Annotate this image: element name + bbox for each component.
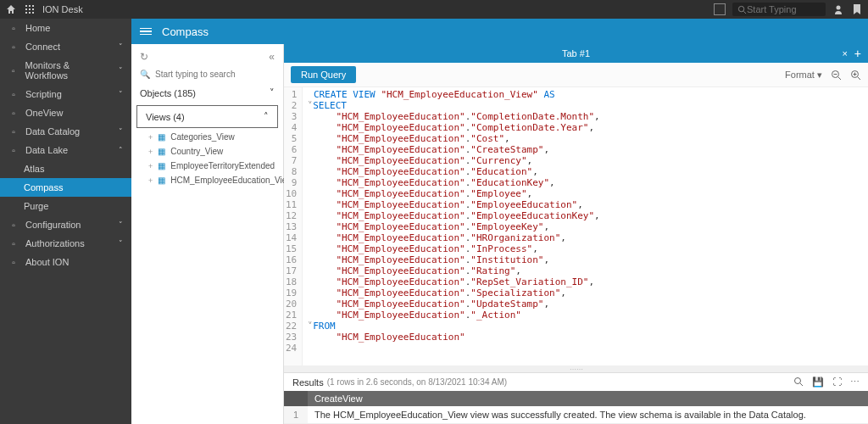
sidebar-item-label: Scripting	[25, 89, 62, 99]
datalake-icon: ▫	[8, 145, 19, 155]
results-col-header[interactable]: CreateView	[308, 391, 868, 406]
results-meta: (1 rows in 2.6 seconds, on 8/13/2021 10:…	[327, 377, 507, 387]
results-more-icon[interactable]: ⋯	[850, 377, 860, 388]
app-name: ION Desk	[42, 4, 83, 14]
sidebar-item-purge[interactable]: Purge	[0, 197, 131, 215]
expand-icon[interactable]: +	[148, 176, 153, 185]
code-editor[interactable]: 123456789101112131415161718192021222324 …	[284, 87, 868, 365]
collapse-panel-icon[interactable]: «	[269, 51, 275, 63]
user-icon[interactable]	[832, 3, 844, 15]
home-icon[interactable]	[5, 3, 17, 15]
refresh-icon[interactable]: ↻	[140, 51, 148, 63]
global-search[interactable]	[732, 3, 826, 16]
chevron-down-icon: ˅	[270, 87, 275, 98]
sidebar-item-monitors-workflows[interactable]: ▫Monitors & Workflows˅	[0, 56, 131, 85]
tree-view-item[interactable]: +▦Categories_View	[131, 130, 283, 144]
tree-view-label: Country_View	[170, 147, 223, 156]
svg-rect-3	[25, 8, 27, 10]
zoom-in-icon[interactable]	[850, 70, 861, 81]
sidebar-item-connect[interactable]: ▫Connect˅	[0, 37, 131, 56]
resize-handle[interactable]: ⋯⋯	[284, 365, 868, 372]
global-search-input[interactable]	[747, 4, 815, 14]
sidebar-item-label: OneView	[25, 108, 63, 118]
chevron-down-icon: ˅	[119, 220, 123, 229]
sidebar-item-label: Purge	[24, 201, 48, 211]
sidebar-item-authorizations[interactable]: ▫Authorizations˅	[0, 234, 131, 253]
search-icon	[737, 5, 747, 14]
format-dropdown[interactable]: Format ▾	[785, 70, 822, 81]
sidebar-item-label: Compass	[24, 182, 63, 192]
sidebar-item-atlas[interactable]: Atlas	[0, 159, 131, 178]
results-label: Results	[292, 377, 324, 388]
sidebar-item-configuration[interactable]: ▫Configuration˅	[0, 215, 131, 234]
sidebar-item-label: Home	[25, 23, 50, 33]
expand-icon[interactable]: +	[148, 162, 153, 170]
tab-active[interactable]: Tab #1	[562, 48, 590, 59]
sidebar-item-data-lake[interactable]: ▫Data Lake˄	[0, 141, 131, 159]
sidebar-item-label: Connect	[25, 42, 60, 52]
tree-view-item[interactable]: +▦Country_View	[131, 144, 283, 159]
expand-icon[interactable]: +	[148, 133, 153, 142]
chevron-down-icon: ˅	[119, 90, 123, 98]
results-cell: The HCM_EmployeeEducation_View view was …	[308, 406, 868, 424]
sidebar-item-label: Configuration	[25, 220, 81, 230]
sidebar-item-compass[interactable]: Compass	[0, 178, 131, 197]
sidebar-item-home[interactable]: ▫Home	[0, 19, 131, 37]
svg-line-18	[858, 77, 860, 80]
tree-section-label: Views (4)	[146, 112, 185, 122]
tree-search-input[interactable]	[155, 70, 265, 79]
view-icon: ▦	[158, 176, 165, 185]
tree-view-item[interactable]: +▦EmployeeTerritoryExtended	[131, 159, 283, 173]
page-title: Compass	[162, 25, 209, 38]
sidebar-item-label: Atlas	[24, 164, 44, 174]
svg-line-20	[800, 383, 803, 386]
menu-icon[interactable]	[140, 28, 152, 36]
svg-line-14	[838, 77, 841, 80]
results-search-icon[interactable]	[793, 377, 804, 388]
tab-add-icon[interactable]: +	[854, 47, 861, 60]
sidebar-item-label: Authorizations	[25, 238, 85, 248]
apps-grid-icon[interactable]	[24, 3, 36, 15]
page-header: Compass	[131, 19, 868, 44]
topbar: ION Desk	[0, 0, 868, 19]
svg-point-9	[738, 6, 743, 11]
sidebar-item-label: Monitors & Workflows	[25, 60, 112, 81]
auth-icon: ▫	[8, 238, 19, 248]
chevron-down-icon: ˅	[119, 127, 123, 136]
tab-close-icon[interactable]: ×	[843, 48, 848, 59]
bookmark-icon[interactable]	[851, 3, 863, 15]
results-fullscreen-icon[interactable]: ⛶	[832, 377, 842, 388]
about-icon: ▫	[8, 257, 19, 267]
expand-icon[interactable]: +	[148, 148, 153, 156]
chevron-down-icon: ˅	[119, 66, 123, 75]
zoom-out-icon[interactable]	[831, 70, 842, 81]
tree-view-item[interactable]: +▦HCM_EmployeeEducation_View	[131, 173, 283, 187]
tree-section[interactable]: Views (4)˄	[136, 105, 278, 128]
editor-toolbar: Run Query Format ▾	[284, 63, 868, 87]
results-panel: Results (1 rows in 2.6 seconds, on 8/13/…	[284, 372, 868, 424]
catalog-icon: ▫	[8, 126, 19, 137]
view-icon: ▦	[158, 161, 165, 170]
chevron-up-icon: ˄	[264, 111, 269, 122]
run-query-button[interactable]: Run Query	[291, 66, 356, 83]
svg-rect-2	[32, 5, 34, 7]
tree-section[interactable]: Objects (185)˅	[131, 82, 283, 103]
results-rownum-header	[284, 391, 308, 406]
sidebar-item-label: Data Catalog	[25, 126, 80, 137]
chevron-up-icon: ˄	[119, 146, 123, 154]
table-row[interactable]: 1The HCM_EmployeeEducation_View view was…	[284, 406, 868, 424]
config-icon: ▫	[8, 220, 19, 230]
sidebar-item-scripting[interactable]: ▫Scripting˅	[0, 85, 131, 103]
chevron-down-icon: ˅	[119, 239, 123, 248]
results-table: CreateView 1The HCM_EmployeeEducation_Vi…	[284, 391, 868, 424]
square-icon[interactable]	[714, 3, 726, 15]
view-icon: ▦	[158, 132, 165, 142]
tree-view-label: EmployeeTerritoryExtended	[170, 161, 275, 170]
sidebar-item-data-catalog[interactable]: ▫Data Catalog˅	[0, 122, 131, 141]
sidebar-item-about-ion[interactable]: ▫About ION	[0, 253, 131, 271]
view-icon: ▦	[158, 147, 165, 156]
chevron-down-icon: ˅	[119, 42, 123, 51]
connect-icon: ▫	[8, 42, 19, 52]
sidebar-item-oneview[interactable]: ▫OneView	[0, 103, 131, 122]
results-save-icon[interactable]: 💾	[812, 377, 824, 388]
